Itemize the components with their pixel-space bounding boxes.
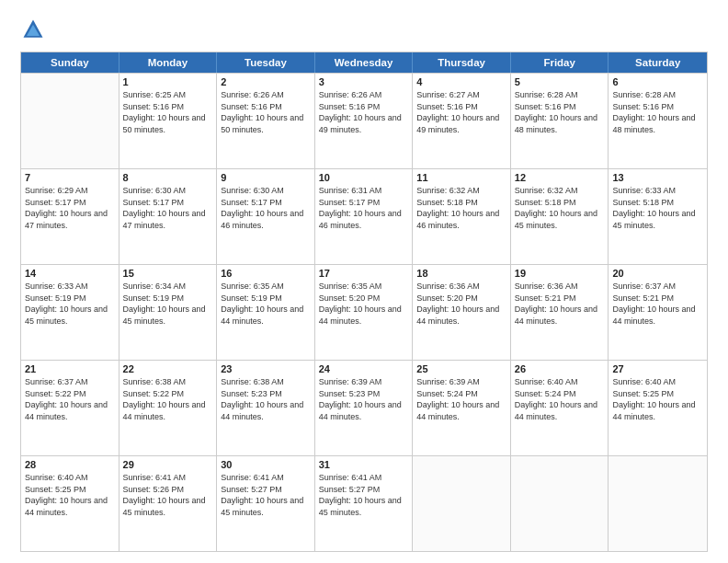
cal-week-2: 7Sunrise: 6:29 AMSunset: 5:17 PMDaylight… xyxy=(21,168,707,264)
day-info: Sunrise: 6:40 AMSunset: 5:25 PMDaylight:… xyxy=(25,472,115,518)
day-number: 7 xyxy=(25,172,115,183)
cal-header-monday: Monday xyxy=(119,52,218,73)
day-info: Sunrise: 6:28 AMSunset: 5:16 PMDaylight:… xyxy=(515,89,605,135)
day-number: 13 xyxy=(612,172,703,183)
day-number: 3 xyxy=(319,76,409,87)
day-info: Sunrise: 6:31 AMSunset: 5:17 PMDaylight:… xyxy=(319,185,409,231)
day-info: Sunrise: 6:37 AMSunset: 5:21 PMDaylight:… xyxy=(612,281,703,327)
day-info: Sunrise: 6:39 AMSunset: 5:24 PMDaylight:… xyxy=(416,376,506,422)
day-info: Sunrise: 6:37 AMSunset: 5:22 PMDaylight:… xyxy=(25,376,115,422)
day-number: 20 xyxy=(612,268,703,279)
cal-cell: 4Sunrise: 6:27 AMSunset: 5:16 PMDaylight… xyxy=(413,74,511,168)
day-info: Sunrise: 6:28 AMSunset: 5:16 PMDaylight:… xyxy=(612,89,703,135)
cal-header-thursday: Thursday xyxy=(413,52,511,73)
day-info: Sunrise: 6:26 AMSunset: 5:16 PMDaylight:… xyxy=(221,89,311,135)
day-number: 16 xyxy=(221,268,311,279)
cal-cell: 19Sunrise: 6:36 AMSunset: 5:21 PMDayligh… xyxy=(511,265,609,360)
day-info: Sunrise: 6:35 AMSunset: 5:20 PMDaylight:… xyxy=(319,281,409,327)
cal-cell: 13Sunrise: 6:33 AMSunset: 5:18 PMDayligh… xyxy=(609,169,707,264)
day-number: 30 xyxy=(221,459,311,470)
cal-week-1: 1Sunrise: 6:25 AMSunset: 5:16 PMDaylight… xyxy=(21,73,707,168)
cal-week-3: 14Sunrise: 6:33 AMSunset: 5:19 PMDayligh… xyxy=(21,264,707,360)
day-info: Sunrise: 6:33 AMSunset: 5:19 PMDaylight:… xyxy=(25,281,115,327)
cal-cell: 9Sunrise: 6:30 AMSunset: 5:17 PMDaylight… xyxy=(217,169,315,264)
cal-cell: 16Sunrise: 6:35 AMSunset: 5:19 PMDayligh… xyxy=(217,265,315,360)
day-number: 18 xyxy=(416,268,506,279)
day-number: 5 xyxy=(515,76,605,87)
cal-cell: 20Sunrise: 6:37 AMSunset: 5:21 PMDayligh… xyxy=(609,265,707,360)
logo-icon xyxy=(20,17,46,42)
calendar-body: 1Sunrise: 6:25 AMSunset: 5:16 PMDaylight… xyxy=(21,73,707,551)
day-info: Sunrise: 6:33 AMSunset: 5:18 PMDaylight:… xyxy=(612,185,703,231)
cal-header-wednesday: Wednesday xyxy=(315,52,414,73)
calendar: SundayMondayTuesdayWednesdayThursdayFrid… xyxy=(20,52,708,552)
cal-cell xyxy=(21,74,119,168)
cal-header-saturday: Saturday xyxy=(609,52,707,73)
cal-cell: 21Sunrise: 6:37 AMSunset: 5:22 PMDayligh… xyxy=(21,361,119,455)
cal-cell: 1Sunrise: 6:25 AMSunset: 5:16 PMDaylight… xyxy=(119,74,218,168)
cal-cell xyxy=(609,456,707,551)
day-info: Sunrise: 6:41 AMSunset: 5:26 PMDaylight:… xyxy=(123,472,213,518)
day-number: 1 xyxy=(123,76,213,87)
cal-header-sunday: Sunday xyxy=(21,52,119,73)
day-info: Sunrise: 6:41 AMSunset: 5:27 PMDaylight:… xyxy=(221,472,311,518)
day-number: 14 xyxy=(25,268,115,279)
day-info: Sunrise: 6:29 AMSunset: 5:17 PMDaylight:… xyxy=(25,185,115,231)
page: SundayMondayTuesdayWednesdayThursdayFrid… xyxy=(0,0,728,563)
day-info: Sunrise: 6:30 AMSunset: 5:17 PMDaylight:… xyxy=(123,185,213,231)
day-number: 26 xyxy=(515,363,605,374)
cal-cell: 22Sunrise: 6:38 AMSunset: 5:22 PMDayligh… xyxy=(119,361,218,455)
cal-cell: 3Sunrise: 6:26 AMSunset: 5:16 PMDaylight… xyxy=(315,74,414,168)
day-number: 9 xyxy=(221,172,311,183)
cal-cell xyxy=(413,456,511,551)
cal-cell: 17Sunrise: 6:35 AMSunset: 5:20 PMDayligh… xyxy=(315,265,414,360)
cal-cell: 6Sunrise: 6:28 AMSunset: 5:16 PMDaylight… xyxy=(609,74,707,168)
day-number: 12 xyxy=(515,172,605,183)
logo xyxy=(20,17,50,42)
day-info: Sunrise: 6:32 AMSunset: 5:18 PMDaylight:… xyxy=(515,185,605,231)
cal-header-tuesday: Tuesday xyxy=(217,52,315,73)
cal-cell: 25Sunrise: 6:39 AMSunset: 5:24 PMDayligh… xyxy=(413,361,511,455)
day-info: Sunrise: 6:30 AMSunset: 5:17 PMDaylight:… xyxy=(221,185,311,231)
cal-cell: 28Sunrise: 6:40 AMSunset: 5:25 PMDayligh… xyxy=(21,456,119,551)
day-number: 27 xyxy=(612,363,703,374)
cal-cell: 29Sunrise: 6:41 AMSunset: 5:26 PMDayligh… xyxy=(119,456,218,551)
cal-cell: 18Sunrise: 6:36 AMSunset: 5:20 PMDayligh… xyxy=(413,265,511,360)
day-number: 19 xyxy=(515,268,605,279)
calendar-header-row: SundayMondayTuesdayWednesdayThursdayFrid… xyxy=(21,52,707,73)
cal-week-5: 28Sunrise: 6:40 AMSunset: 5:25 PMDayligh… xyxy=(21,455,707,551)
day-number: 29 xyxy=(123,459,213,470)
cal-week-4: 21Sunrise: 6:37 AMSunset: 5:22 PMDayligh… xyxy=(21,360,707,455)
cal-cell: 24Sunrise: 6:39 AMSunset: 5:23 PMDayligh… xyxy=(315,361,414,455)
day-info: Sunrise: 6:26 AMSunset: 5:16 PMDaylight:… xyxy=(319,89,409,135)
day-number: 6 xyxy=(612,76,703,87)
day-info: Sunrise: 6:35 AMSunset: 5:19 PMDaylight:… xyxy=(221,281,311,327)
cal-cell: 27Sunrise: 6:40 AMSunset: 5:25 PMDayligh… xyxy=(609,361,707,455)
day-number: 15 xyxy=(123,268,213,279)
day-number: 21 xyxy=(25,363,115,374)
header xyxy=(20,17,708,42)
day-number: 2 xyxy=(221,76,311,87)
cal-cell: 12Sunrise: 6:32 AMSunset: 5:18 PMDayligh… xyxy=(511,169,609,264)
cal-cell: 10Sunrise: 6:31 AMSunset: 5:17 PMDayligh… xyxy=(315,169,414,264)
day-number: 31 xyxy=(319,459,409,470)
day-info: Sunrise: 6:32 AMSunset: 5:18 PMDaylight:… xyxy=(416,185,506,231)
cal-cell: 11Sunrise: 6:32 AMSunset: 5:18 PMDayligh… xyxy=(413,169,511,264)
cal-cell: 31Sunrise: 6:41 AMSunset: 5:27 PMDayligh… xyxy=(315,456,414,551)
day-number: 4 xyxy=(416,76,506,87)
day-info: Sunrise: 6:25 AMSunset: 5:16 PMDaylight:… xyxy=(123,89,213,135)
day-number: 24 xyxy=(319,363,409,374)
day-info: Sunrise: 6:36 AMSunset: 5:20 PMDaylight:… xyxy=(416,281,506,327)
day-info: Sunrise: 6:38 AMSunset: 5:23 PMDaylight:… xyxy=(221,376,311,422)
day-number: 11 xyxy=(416,172,506,183)
day-number: 10 xyxy=(319,172,409,183)
day-info: Sunrise: 6:36 AMSunset: 5:21 PMDaylight:… xyxy=(515,281,605,327)
day-number: 28 xyxy=(25,459,115,470)
cal-cell: 23Sunrise: 6:38 AMSunset: 5:23 PMDayligh… xyxy=(217,361,315,455)
day-number: 17 xyxy=(319,268,409,279)
cal-cell: 14Sunrise: 6:33 AMSunset: 5:19 PMDayligh… xyxy=(21,265,119,360)
cal-cell: 2Sunrise: 6:26 AMSunset: 5:16 PMDaylight… xyxy=(217,74,315,168)
cal-cell: 15Sunrise: 6:34 AMSunset: 5:19 PMDayligh… xyxy=(119,265,218,360)
day-info: Sunrise: 6:27 AMSunset: 5:16 PMDaylight:… xyxy=(416,89,506,135)
day-info: Sunrise: 6:34 AMSunset: 5:19 PMDaylight:… xyxy=(123,281,213,327)
